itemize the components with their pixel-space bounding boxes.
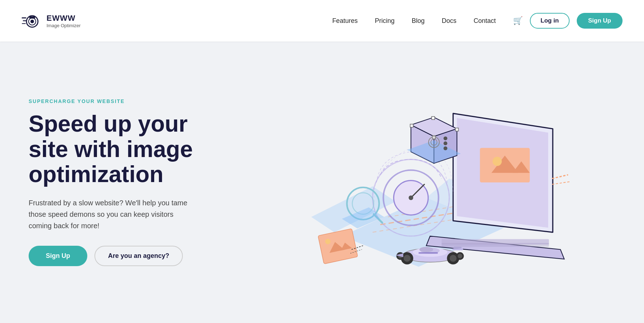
nav-item-docs[interactable]: Docs — [442, 17, 457, 25]
logo-subtitle: Image Optimizer — [47, 23, 80, 28]
svg-rect-33 — [410, 124, 413, 127]
svg-rect-34 — [431, 116, 435, 119]
nav-item-blog[interactable]: Blog — [412, 17, 425, 25]
svg-point-18 — [493, 157, 502, 166]
svg-line-20 — [552, 181, 570, 184]
svg-point-42 — [444, 146, 448, 150]
nav-item-pricing[interactable]: Pricing — [375, 17, 395, 25]
hero-svg — [215, 75, 623, 290]
svg-point-2 — [30, 20, 34, 23]
svg-point-41 — [444, 141, 448, 145]
site-header: EWWW Image Optimizer Features Pricing Bl… — [0, 0, 644, 41]
svg-point-67 — [458, 254, 462, 258]
logo[interactable]: EWWW Image Optimizer — [21, 10, 80, 31]
login-button[interactable]: Log in — [530, 13, 570, 29]
hero-illustration — [215, 75, 623, 290]
hero-buttons: Sign Up Are you an agency? — [29, 246, 215, 266]
signup-nav-button[interactable]: Sign Up — [577, 13, 623, 29]
hero-content: SUPERCHARGE YOUR WEBSITE Speed up your s… — [29, 98, 215, 266]
cart-icon[interactable]: 🛒 — [513, 16, 523, 25]
nav-item-contact[interactable]: Contact — [474, 17, 496, 25]
svg-point-29 — [409, 195, 413, 200]
svg-rect-35 — [455, 128, 459, 131]
logo-icon — [21, 10, 43, 31]
hero-title: Speed up your site with image optimizati… — [29, 111, 215, 187]
logo-name: EWWW — [47, 14, 80, 23]
svg-point-61 — [404, 255, 410, 261]
svg-point-40 — [444, 136, 448, 140]
hero-description: Frustrated by a slow website? We'll help… — [29, 197, 193, 231]
svg-rect-58 — [452, 248, 463, 250]
hero-agency-button[interactable]: Are you an agency? — [94, 246, 183, 266]
main-nav: Features Pricing Blog Docs Contact — [332, 17, 496, 25]
svg-rect-6 — [29, 16, 35, 19]
nav-item-features[interactable]: Features — [332, 17, 358, 25]
hero-section: SUPERCHARGE YOUR WEBSITE Speed up your s… — [0, 41, 644, 323]
hero-signup-button[interactable]: Sign Up — [29, 246, 87, 266]
svg-rect-69 — [419, 252, 438, 254]
svg-point-63 — [450, 255, 457, 261]
svg-point-56 — [419, 247, 433, 252]
svg-line-19 — [552, 175, 568, 178]
logo-text: EWWW Image Optimizer — [47, 14, 80, 28]
header-actions: 🛒 Log in Sign Up — [513, 13, 623, 29]
svg-rect-59 — [454, 247, 462, 248]
svg-rect-23 — [441, 243, 549, 247]
hero-eyebrow: SUPERCHARGE YOUR WEBSITE — [29, 98, 215, 104]
